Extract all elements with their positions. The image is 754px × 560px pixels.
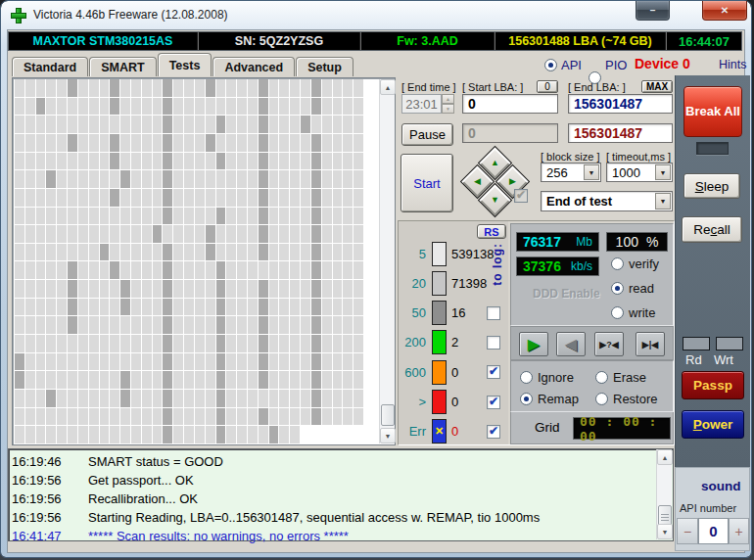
access-mode-verify[interactable]: verify [611,257,659,271]
scroll-down-icon[interactable]: ▼ [657,524,673,539]
block-size-select[interactable]: 256 ▼ [541,163,601,182]
scan-block [163,299,172,316]
tab-setup[interactable]: Setup [296,57,353,76]
tab-smart[interactable]: SMART [89,57,156,76]
scan-block [163,225,172,243]
passport-button[interactable]: Passp [682,371,744,399]
scan-block [353,280,363,298]
start-lba-field[interactable]: 0 [462,94,558,114]
tab-tests[interactable]: Tests [158,53,212,76]
scan-block [173,371,183,389]
access-mode-read[interactable]: read [611,281,654,296]
scan-block [279,371,289,389]
break-all-button[interactable]: Break All [683,86,742,137]
scan-block [259,335,268,352]
scan-block [353,79,363,97]
hints-label: Hints [719,58,746,71]
verify-radio[interactable] [611,257,624,270]
block-size-value: 256 [542,165,583,180]
api-radio[interactable] [544,59,557,71]
start-button[interactable]: Start [401,154,453,212]
defect-action-erase[interactable]: Erase [595,370,646,385]
log-scrollbar[interactable]: ▲ ▼ [656,449,672,539]
end-lba-label: [ End LBA: ] [568,81,626,93]
stepper-up-icon[interactable]: ▲ [442,94,454,104]
scroll-thumb[interactable] [381,404,395,426]
remap-radio[interactable] [520,393,533,405]
scan-block [333,208,343,225]
jump-error-button[interactable]: ▶?◀ [594,332,624,356]
step-back-button[interactable]: ◀ [556,332,586,356]
chevron-down-icon[interactable]: ▼ [655,164,671,180]
scan-block [333,371,343,389]
scroll-up-icon[interactable]: ▲ [657,449,673,465]
drive-capacity: 156301488 LBA (~74 GB) [495,32,667,50]
scan-block [333,390,343,407]
end-time-field[interactable]: 23:01 [401,94,442,114]
scan-block [290,371,300,389]
seek-pad-checkbox[interactable] [514,189,528,203]
scan-block [353,408,363,426]
scan-grid-scrollbar[interactable]: ▲ ▼ [379,79,395,443]
defect-action-ignore[interactable]: Ignore [520,370,574,385]
end-lba-field[interactable]: 156301487 [568,94,673,114]
to-log-checkbox[interactable] [487,306,500,320]
scroll-up-icon[interactable]: ▲ [380,79,396,95]
restore-radio[interactable] [595,393,608,405]
scan-block [237,153,247,170]
access-mode-write[interactable]: write [611,305,655,320]
scan-block [100,335,110,352]
read-radio[interactable] [611,282,624,295]
scan-block [68,280,77,298]
end-time-stepper[interactable]: ▲ ▼ [442,94,454,114]
scan-block [25,208,35,225]
close-button[interactable]: ✕ [702,1,747,21]
recall-button[interactable]: Recall [682,216,742,243]
scroll-down-icon[interactable]: ▼ [380,428,396,443]
scan-block [46,170,56,188]
scan-block [25,426,35,443]
stepper-down-icon[interactable]: ▼ [442,104,454,114]
minimize-button[interactable]: – [636,1,670,21]
to-log-checkbox[interactable] [487,396,500,409]
start-lba-reset-button[interactable]: 0 [537,80,558,93]
end-lba-max-button[interactable]: MAX [641,80,673,93]
erase-radio[interactable] [595,371,608,384]
api-number-increment-button[interactable]: + [729,518,749,544]
drive-model: MAXTOR STM380215AS [9,32,199,50]
chevron-down-icon[interactable]: ▼ [584,164,599,180]
after-scan-action-select[interactable]: End of test ▼ [541,191,673,211]
tab-advanced[interactable]: Advanced [212,57,295,76]
to-log-checkbox[interactable] [487,425,500,439]
arrow-right-icon: ▶ [509,177,516,186]
api-number-decrement-button[interactable]: − [677,518,698,544]
scan-block [353,153,363,170]
scan-block [237,371,247,389]
latency-threshold-label: 50 [401,305,426,320]
power-button[interactable]: Power [682,410,744,439]
write-radio[interactable] [611,306,624,319]
sleep-button[interactable]: Sleep [683,173,740,199]
to-log-checkbox[interactable] [487,365,500,379]
tab-standard[interactable]: Standard [12,57,88,76]
scan-block [184,299,194,316]
pause-button[interactable]: Pause [401,123,453,146]
scan-block [322,98,332,116]
ignore-radio[interactable] [520,371,533,384]
jump-end-button[interactable]: ▶|◀ [636,332,665,356]
scan-block [206,261,215,279]
scan-block [153,408,163,426]
defect-action-remap[interactable]: Remap [520,392,579,406]
scan-block [195,261,205,279]
scan-block [89,225,99,243]
scan-block [237,426,247,443]
scan-block [311,79,321,97]
scan-block [131,426,141,443]
timeout-select[interactable]: 1000 ▼ [606,163,673,182]
defect-action-restore[interactable]: Restore [595,392,658,406]
scan-block [237,98,247,116]
play-button[interactable]: ▶ [519,332,548,356]
chevron-down-icon[interactable]: ▼ [655,193,671,210]
reset-stats-button[interactable]: RS [477,224,506,239]
to-log-checkbox[interactable] [487,336,500,350]
